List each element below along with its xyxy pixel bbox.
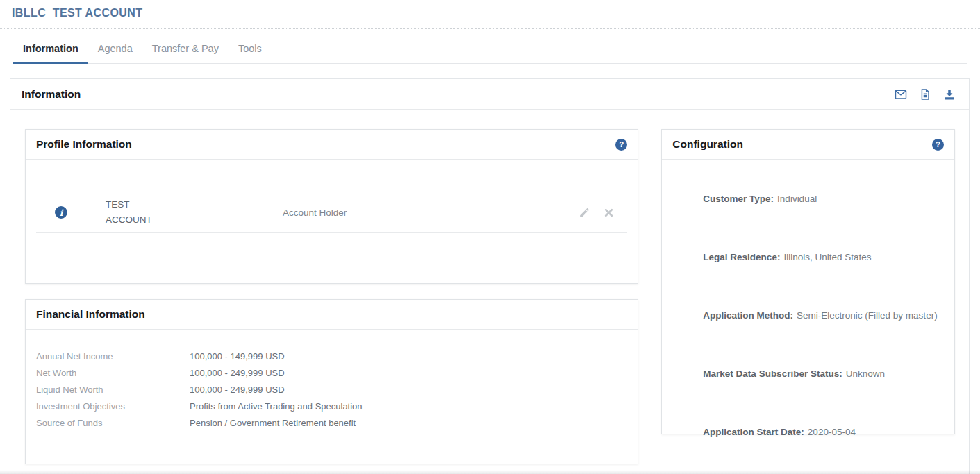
financial-value: 100,000 - 249,999 USD [190,382,285,398]
financial-row-source-of-funds: Source of Funds Pension / Government Ret… [36,415,627,432]
account-holder-name-line1: TEST [106,197,283,212]
row-actions [579,207,615,219]
config-value: Illinois, United States [783,252,871,262]
mail-icon[interactable] [894,87,908,101]
tab-agenda[interactable]: Agenda [88,34,142,64]
config-value: 2020-05-04 [808,427,856,437]
config-value: Individual [777,194,817,204]
account-holder-name-line2: ACCOUNT [106,212,283,228]
information-section-title: Information [22,88,81,101]
financial-row-investment-objectives: Investment Objectives Profits from Activ… [36,398,627,415]
financial-panel-header: Financial Information [26,300,638,330]
page-header: IBLLC TEST ACCOUNT [0,0,980,29]
financial-label: Source of Funds [36,415,190,432]
information-section-header: Information [10,79,969,110]
document-icon[interactable] [918,87,932,101]
financial-row-liquid-net-worth: Liquid Net Worth 100,000 - 249,999 USD [36,382,627,398]
configuration-panel-title: Configuration [672,138,743,151]
financial-value: 100,000 - 249,999 USD [190,365,285,382]
left-column: Profile Information ? i TEST ACCOUNT Acc… [25,129,638,464]
tab-tools[interactable]: Tools [229,34,272,64]
window-bottom-edge [0,470,980,474]
account-holder-name: TEST ACCOUNT [106,197,283,227]
tab-bar: Information Agenda Transfer & Pay Tools [13,29,967,64]
config-row-customer-type: Customer Type:Individual [672,170,945,228]
config-label: Application Start Date: [703,427,804,437]
config-label: Application Method: [703,310,793,321]
config-label: Legal Residence: [703,252,780,262]
configuration-panel: Configuration ? Customer Type:Individual… [661,129,955,434]
configuration-panel-header: Configuration ? [662,130,954,160]
page-title: IBLLC TEST ACCOUNT [12,7,968,19]
config-row-legal-residence: Legal Residence:Illinois, United States [672,228,945,287]
information-toolbar [894,87,956,101]
help-icon[interactable]: ? [932,139,944,151]
config-label: Market Data Subscriber Status: [703,369,842,379]
profile-panel-body: i TEST ACCOUNT Account Holder [26,160,638,233]
config-label: Customer Type: [703,194,774,204]
financial-value: 100,000 - 149,999 USD [190,348,285,365]
information-content: Profile Information ? i TEST ACCOUNT Acc… [10,110,969,464]
edit-pencil-icon[interactable] [579,207,590,219]
profile-information-panel: Profile Information ? i TEST ACCOUNT Acc… [25,129,638,284]
config-row-application-method: Application Method:Semi-Electronic (Fill… [672,287,945,345]
financial-panel-body: Annual Net Income 100,000 - 149,999 USD … [26,330,638,432]
account-holder-row: i TEST ACCOUNT Account Holder [36,192,627,233]
financial-information-panel: Financial Information Annual Net Income … [25,299,638,464]
profile-panel-header: Profile Information ? [26,130,638,160]
financial-row-annual-net-income: Annual Net Income 100,000 - 149,999 USD [36,348,627,365]
financial-label: Annual Net Income [36,348,190,365]
download-icon[interactable] [942,87,956,101]
profile-panel-title: Profile Information [36,138,132,151]
financial-panel-title: Financial Information [36,308,145,321]
config-row-application-start-date: Application Start Date:2020-05-04 [672,403,945,462]
tab-information[interactable]: Information [13,34,88,64]
financial-value: Profits from Active Trading and Speculat… [190,398,363,415]
financial-label: Liquid Net Worth [36,382,190,398]
config-value: Unknown [846,369,885,379]
right-column: Configuration ? Customer Type:Individual… [661,129,955,434]
financial-label: Net Worth [36,365,190,382]
financial-value: Pension / Government Retirement benefit [190,415,356,432]
config-value: Semi-Electronic (Filled by master) [797,310,938,321]
config-row-market-data-subscriber-status: Market Data Subscriber Status:Unknown [672,345,945,403]
remove-x-icon[interactable] [603,207,615,219]
tab-transfer-and-pay[interactable]: Transfer & Pay [142,34,229,64]
configuration-details: Customer Type:Individual Legal Residence… [662,160,954,474]
info-icon[interactable]: i [55,206,67,219]
financial-row-net-worth: Net Worth 100,000 - 249,999 USD [36,365,627,382]
account-holder-role: Account Holder [283,208,579,218]
information-section: Information [10,78,970,474]
help-icon[interactable]: ? [615,139,627,151]
info-icon-cell: i [36,206,86,219]
financial-label: Investment Objectives [36,398,190,415]
